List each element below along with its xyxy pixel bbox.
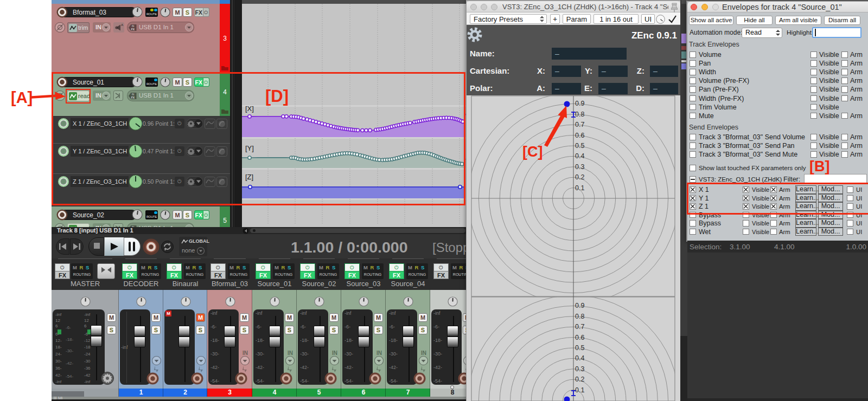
svg-text:0.6: 0.6: [575, 334, 584, 341]
svg-text:0.9: 0.9: [575, 100, 584, 107]
svg-text:0.4: 0.4: [575, 354, 584, 362]
svg-text:0.8: 0.8: [575, 111, 584, 118]
svg-text:A: A: [121, 23, 124, 27]
svg-text:0.2: 0.2: [575, 173, 584, 181]
svg-text:0.1: 0.1: [575, 184, 584, 192]
svg-text:0.6: 0.6: [575, 132, 584, 139]
svg-text:0.3: 0.3: [575, 365, 584, 373]
svg-text:0.1: 0.1: [575, 386, 584, 394]
svg-text:0.5: 0.5: [575, 142, 584, 150]
svg-text:0.5: 0.5: [575, 344, 584, 352]
svg-text:0.7: 0.7: [575, 121, 584, 128]
svg-text:0.4: 0.4: [575, 152, 584, 160]
svg-text:0.7: 0.7: [575, 323, 584, 331]
svg-text:0.3: 0.3: [575, 163, 584, 171]
svg-text:0.2: 0.2: [575, 376, 584, 383]
svg-text:0.8: 0.8: [575, 313, 584, 320]
svg-text:FX: FX: [131, 28, 135, 31]
svg-text:0.9: 0.9: [575, 302, 584, 309]
